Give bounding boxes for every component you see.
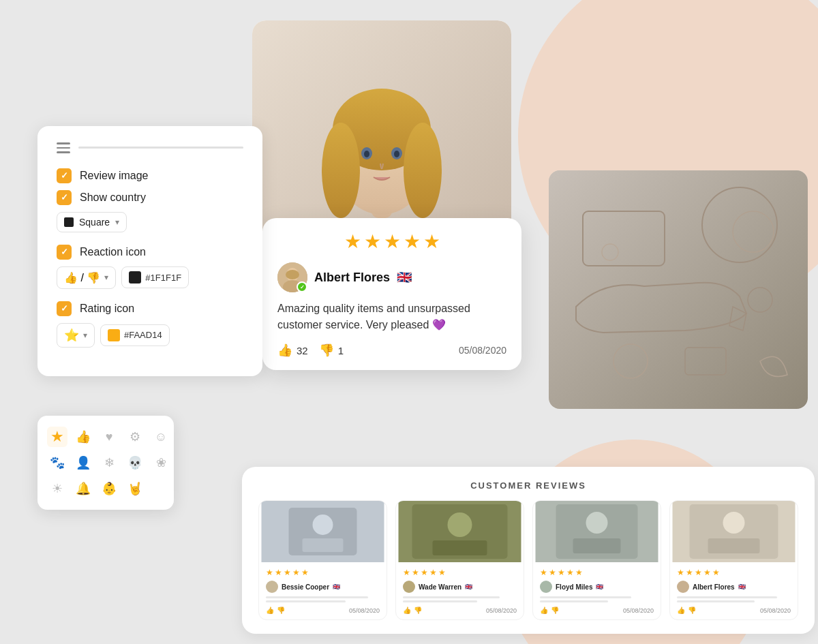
mini-review-img-4 bbox=[670, 501, 798, 562]
mini-review-3: ★ ★ ★ ★ ★ Floyd Miles 🇬🇧 bbox=[532, 500, 661, 620]
icon-skull[interactable]: 💀 bbox=[125, 453, 145, 473]
review-date: 05/08/2020 bbox=[459, 345, 506, 356]
mini-date-3: 05/08/2020 bbox=[623, 607, 654, 614]
mini-footer-4: 👍 👎 05/08/2020 bbox=[677, 607, 791, 614]
mini-thumb-up-4: 👍 bbox=[677, 607, 685, 614]
reaction-type-select[interactable]: 👍 / 👎 ▾ bbox=[57, 266, 116, 289]
mini-thumb-down-2: 👎 bbox=[414, 607, 422, 614]
section-title: CUSTOMER REVIEWS bbox=[258, 480, 798, 491]
icon-user[interactable]: 👤 bbox=[73, 453, 93, 473]
rating-color-swatch bbox=[108, 329, 120, 341]
svg-rect-11 bbox=[549, 170, 808, 409]
mini-stars-1: ★ ★ ★ ★ ★ bbox=[266, 568, 380, 577]
country-sub-row: Square ▾ bbox=[57, 212, 243, 232]
mini-review-4: ★ ★ ★ ★ ★ Albert Flores 🇬🇧 bbox=[669, 500, 798, 620]
mini-line bbox=[266, 596, 368, 598]
mini-date-2: 05/08/2020 bbox=[486, 607, 517, 614]
mini-stars-3: ★ ★ ★ ★ ★ bbox=[540, 568, 654, 577]
verified-badge bbox=[297, 281, 307, 292]
icon-star[interactable]: ★ bbox=[47, 427, 67, 447]
thumbs-up-group: 👍 32 bbox=[277, 343, 308, 358]
mini-date-1: 05/08/2020 bbox=[349, 607, 380, 614]
mini-avatar-3 bbox=[540, 581, 552, 593]
mini-review-body-3: ★ ★ ★ ★ ★ Floyd Miles 🇬🇧 bbox=[533, 562, 661, 619]
customer-reviews-section: CUSTOMER REVIEWS ★ ★ ★ bbox=[242, 467, 815, 634]
panel-header bbox=[57, 142, 243, 153]
mini-lines-1 bbox=[266, 596, 380, 602]
rating-icon-option: Rating icon bbox=[57, 301, 243, 316]
mini-star: ★ bbox=[284, 568, 291, 577]
mini-review-body-1: ★ ★ ★ ★ ★ Bessie Cooper 🇬🇧 bbox=[259, 562, 387, 619]
icon-gear[interactable]: ⚙ bbox=[125, 427, 145, 447]
mini-thumb-up-2: 👍 bbox=[403, 607, 411, 614]
icon-hand[interactable]: 🤘 bbox=[125, 478, 145, 499]
hamburger-icon[interactable] bbox=[57, 142, 70, 153]
country-shape-select[interactable]: Square ▾ bbox=[57, 212, 127, 232]
icon-paw[interactable]: 🐾 bbox=[47, 453, 67, 473]
rating-type-select[interactable]: ⭐ ▾ bbox=[57, 323, 95, 348]
rating-color-picker[interactable]: #FAAD14 bbox=[100, 324, 170, 346]
thumbs-up-down-icon: 👍 / 👎 bbox=[64, 271, 100, 284]
star-5: ★ bbox=[423, 230, 440, 253]
reaction-chevron-icon: ▾ bbox=[104, 273, 108, 282]
icon-sun[interactable]: ☀ bbox=[47, 478, 67, 499]
shoes-svg bbox=[549, 170, 808, 409]
review-image-checkbox[interactable] bbox=[57, 168, 72, 183]
review-card: ★ ★ ★ ★ ★ Albert Flores 🇬🇧 bbox=[262, 218, 521, 370]
main-preview: ★ ★ ★ ★ ★ Albert Flores 🇬🇧 bbox=[242, 20, 808, 634]
rating-chevron-icon: ▾ bbox=[83, 331, 87, 340]
reviewer-flag: 🇬🇧 bbox=[397, 270, 412, 285]
mini-thumb-down-1: 👎 bbox=[277, 607, 285, 614]
mini-review-img-3 bbox=[533, 501, 661, 562]
thumbs-down-icon: 👎 bbox=[319, 343, 334, 358]
mini-footer-1: 👍 👎 05/08/2020 bbox=[266, 607, 380, 614]
svg-rect-38 bbox=[708, 538, 760, 553]
thumbs-down-group: 👎 1 bbox=[319, 343, 344, 358]
icon-heart[interactable]: ♥ bbox=[99, 427, 119, 447]
mini-review-1: ★ ★ ★ ★ ★ Bessie Cooper 🇬🇧 bbox=[258, 500, 387, 620]
icon-smiley[interactable]: ☺ bbox=[151, 427, 171, 447]
stars-row: ★ ★ ★ ★ ★ bbox=[277, 230, 506, 253]
rating-icon-checkbox[interactable] bbox=[57, 301, 72, 316]
shoes-image bbox=[549, 170, 808, 409]
svg-point-5 bbox=[322, 123, 360, 218]
mini-review-body-2: ★ ★ ★ ★ ★ Wade Warren 🇬🇧 bbox=[396, 562, 524, 619]
show-country-checkbox[interactable] bbox=[57, 190, 72, 205]
reaction-icon-checkbox[interactable] bbox=[57, 245, 72, 260]
mini-reviewer-3: Floyd Miles 🇬🇧 bbox=[540, 581, 654, 593]
star-icon: ⭐ bbox=[64, 328, 79, 343]
mini-star: ★ bbox=[566, 568, 574, 577]
review-image-option: Review image bbox=[57, 168, 243, 183]
icon-bell[interactable]: 🔔 bbox=[73, 478, 93, 499]
reaction-icon-label: Reaction icon bbox=[80, 246, 146, 258]
mini-line bbox=[540, 600, 608, 602]
mini-review-body-4: ★ ★ ★ ★ ★ Albert Flores 🇬🇧 bbox=[670, 562, 798, 619]
svg-rect-26 bbox=[303, 538, 344, 552]
icon-flower[interactable]: ❀ bbox=[151, 453, 171, 473]
mini-star: ★ bbox=[558, 568, 565, 577]
mini-name-2: Wade Warren bbox=[419, 583, 461, 591]
mini-star: ★ bbox=[412, 568, 419, 577]
icon-baby[interactable]: 👶 bbox=[99, 478, 119, 499]
mini-line bbox=[677, 596, 777, 598]
square-icon bbox=[64, 217, 74, 227]
mini-stars-4: ★ ★ ★ ★ ★ bbox=[677, 568, 791, 577]
mini-star: ★ bbox=[703, 568, 711, 577]
mini-star: ★ bbox=[686, 568, 693, 577]
mini-line bbox=[540, 596, 631, 598]
reaction-color-picker[interactable]: #1F1F1F bbox=[121, 266, 189, 288]
show-country-label: Show country bbox=[80, 191, 146, 204]
mini-date-4: 05/08/2020 bbox=[760, 607, 791, 614]
mini-line bbox=[403, 596, 500, 598]
mini-flag-4: 🇬🇧 bbox=[738, 583, 746, 590]
mini-line bbox=[266, 600, 346, 602]
mini-star: ★ bbox=[549, 568, 556, 577]
icon-thumb[interactable]: 👍 bbox=[73, 427, 93, 447]
mini-thumb-down-3: 👎 bbox=[551, 607, 559, 614]
mini-avatar-2 bbox=[403, 581, 415, 593]
mini-star: ★ bbox=[403, 568, 410, 577]
icon-snowflake[interactable]: ❄ bbox=[99, 453, 119, 473]
mini-star: ★ bbox=[712, 568, 720, 577]
mini-star: ★ bbox=[421, 568, 428, 577]
mini-flag-1: 🇬🇧 bbox=[333, 583, 340, 590]
